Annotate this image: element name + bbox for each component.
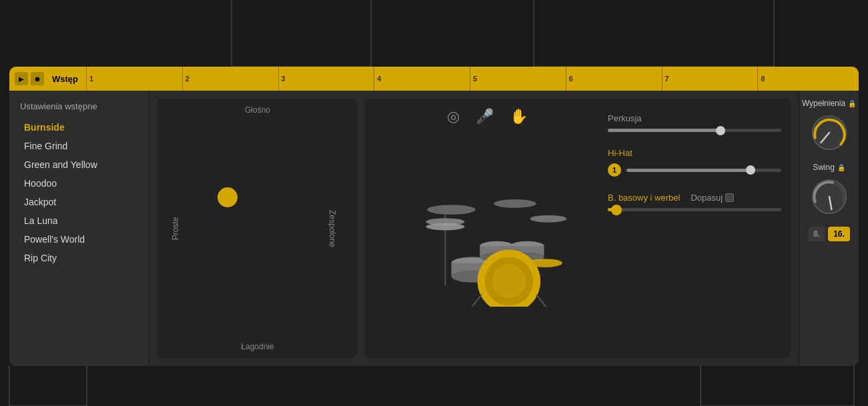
svg-line-25 (469, 294, 481, 306)
drum-section: ◎ 🎤 ✋ (364, 99, 791, 358)
app-container: ▶ ⏺ Wstęp 1 2 3 4 5 6 7 8 Ustawienia wst… (9, 67, 859, 366)
ruler-segment-1: 1 (86, 67, 182, 91)
svg-point-8 (530, 215, 566, 222)
dopasuj-label: Dopasuj (691, 193, 734, 203)
sidebar-item-powells-world[interactable]: Powell's World (13, 230, 145, 249)
hihat-slider[interactable] (626, 169, 781, 172)
wypelnienia-lock-icon[interactable]: 🔒 (848, 100, 856, 107)
xy-pad-label-bottom: Łagodnie (241, 342, 274, 351)
bbasowy-label: B. basowy i werbel (608, 193, 680, 203)
drum-icon-mic[interactable]: 🎤 (476, 108, 494, 125)
sidebar-item-burnside[interactable]: Burnside (13, 118, 145, 137)
play-button[interactable]: ▶ (15, 72, 28, 85)
svg-point-11 (426, 223, 464, 230)
perkusja-slider-container (608, 129, 781, 132)
drum-icon-hand[interactable]: ✋ (510, 108, 528, 125)
xy-pad-label-left: Proste (171, 217, 180, 240)
svg-point-6 (427, 205, 476, 215)
drum-controls: Perkusja Hi-Hat (608, 108, 781, 349)
swing-knob[interactable] (810, 177, 849, 216)
sidebar: Ustawienia wstępne Burnside Fine Grind G… (9, 91, 149, 366)
dopasuj-checkbox[interactable] (725, 193, 734, 202)
sidebar-item-hoodoo[interactable]: Hoodoo (13, 174, 145, 193)
xy-dot[interactable] (218, 187, 238, 207)
center-content: Głośno Proste Zespolone Łagodnie ◎ 🎤 ✋ (149, 91, 799, 366)
sidebar-item-jackpot[interactable]: Jackpot (13, 193, 145, 211)
swing-lock-icon[interactable]: 🔒 (837, 164, 845, 171)
perkusja-slider[interactable] (608, 129, 781, 132)
ruler-segment-3: 3 (278, 67, 374, 91)
beat-buttons: 8. 16. (808, 227, 850, 241)
drum-icons-row: ◎ 🎤 ✋ (374, 108, 601, 125)
ruler-segment-5: 5 (470, 67, 566, 91)
ruler: 1 2 3 4 5 6 7 8 (86, 67, 853, 91)
sidebar-item-la-luna[interactable]: La Luna (13, 211, 145, 230)
sidebar-item-rip-city[interactable]: Rip City (13, 249, 145, 267)
xy-pad-label-top: Głośno (245, 105, 270, 115)
ruler-segment-4: 4 (374, 67, 470, 91)
ruler-marks: 1 2 3 4 5 6 7 8 (86, 67, 853, 91)
main-content: Ustawienia wstępne Burnside Fine Grind G… (9, 91, 859, 366)
ruler-segment-6: 6 (566, 67, 662, 91)
wypelnienia-label: Wypełnienia 🔒 (802, 99, 856, 108)
sidebar-title: Ustawienia wstępne (9, 99, 149, 118)
wypelnienia-knob[interactable] (810, 113, 849, 152)
timeline-bar: ▶ ⏺ Wstęp 1 2 3 4 5 6 7 8 (9, 67, 859, 91)
svg-point-24 (492, 264, 526, 298)
drum-kit-svg (401, 173, 574, 307)
timeline-controls: ▶ ⏺ (15, 72, 44, 85)
svg-point-7 (494, 199, 536, 208)
swing-section: Swing 🔒 8. 16. (805, 163, 853, 241)
perkusja-label: Perkusja (608, 113, 781, 123)
bbasowy-section: B. basowy i werbel Dopasuj (608, 193, 781, 211)
drum-icon-circle[interactable]: ◎ (447, 108, 460, 125)
ruler-segment-7: 7 (662, 67, 758, 91)
ruler-segment-2: 2 (182, 67, 278, 91)
beat-16-button[interactable]: 16. (828, 227, 850, 241)
timeline-title: Wstęp (52, 74, 78, 84)
bbasowy-header: B. basowy i werbel Dopasuj (608, 193, 781, 203)
drum-visual (374, 131, 601, 349)
xy-pad-label-right: Zespolone (328, 209, 337, 247)
bbasowy-slider[interactable] (608, 208, 781, 211)
hihat-label: Hi-Hat (608, 148, 781, 158)
xy-pad[interactable]: Głośno Proste Zespolone Łagodnie (157, 99, 358, 358)
ruler-segment-8: 8 (757, 67, 853, 91)
sidebar-item-green-yellow[interactable]: Green and Yellow (13, 155, 145, 174)
hihat-section: Hi-Hat 1 (608, 148, 781, 177)
sidebar-item-fine-grind[interactable]: Fine Grind (13, 137, 145, 155)
beat-8-button[interactable]: 8. (808, 227, 825, 241)
bbasowy-slider-container (608, 208, 781, 211)
swing-label: Swing 🔒 (813, 163, 845, 172)
svg-line-26 (536, 294, 548, 306)
wypelnienia-section: Wypełnienia 🔒 (805, 99, 853, 152)
record-button[interactable]: ⏺ (31, 72, 44, 85)
hihat-badge: 1 (608, 163, 621, 177)
hihat-row: 1 (608, 163, 781, 177)
perkusja-section: Perkusja (608, 113, 781, 132)
right-panel: Wypełnienia 🔒 (799, 91, 859, 366)
